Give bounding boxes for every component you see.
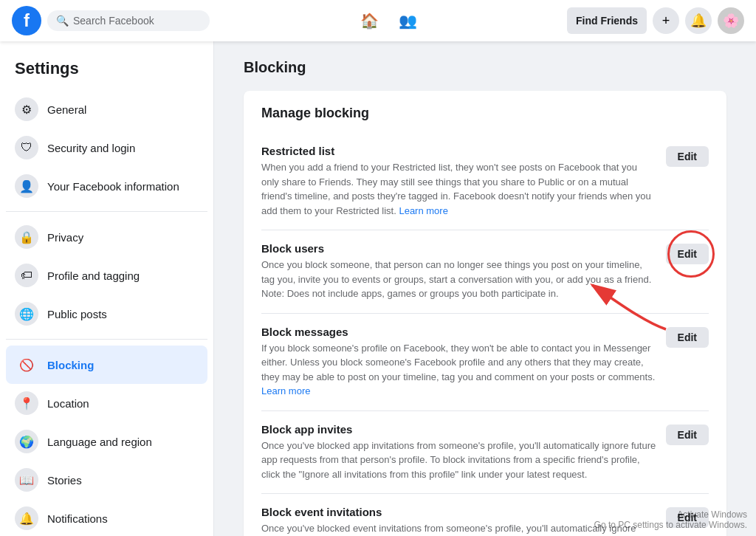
block-section-desc-block-users: Once you block someone, that person can … <box>261 258 657 301</box>
annotation-container-restricted-list: Edit <box>666 145 709 167</box>
sidebar-divider <box>6 339 207 340</box>
sidebar-label-privacy: Privacy <box>47 231 83 244</box>
sidebar-item-public-posts[interactable]: 🌐 Public posts <box>6 295 207 333</box>
block-section-content-block-messages: Block messages If you block someone's pr… <box>261 326 657 399</box>
nav-center: 🏠 👥 <box>216 6 561 35</box>
annotation-container-block-messages: Edit <box>666 326 709 348</box>
search-input[interactable] <box>73 15 201 27</box>
sidebar-item-language-region[interactable]: 🌍 Language and region <box>6 422 207 461</box>
block-section-desc-restricted-list: When you add a friend to your Restricted… <box>261 160 657 218</box>
sidebar-icon-location: 📍 <box>15 391 38 415</box>
sidebar-item-facebook-info[interactable]: 👤 Your Facebook information <box>6 167 207 205</box>
bell-icon: 🔔 <box>690 13 707 29</box>
sidebar-icon-profile-tagging: 🏷 <box>15 264 38 287</box>
sidebar-item-blocking[interactable]: 🚫 Blocking <box>6 346 207 384</box>
block-section-block-event-invitations: Block event invitations Once you've bloc… <box>261 494 709 536</box>
edit-button-block-users[interactable]: Edit <box>666 244 709 264</box>
find-friends-button[interactable]: Find Friends <box>567 7 647 34</box>
edit-button-block-event-invitations[interactable]: Edit <box>666 507 709 528</box>
blocking-sections: Restricted list When you add a friend to… <box>261 133 709 536</box>
plus-button[interactable]: + <box>653 7 679 34</box>
sidebar-icon-facebook-info: 👤 <box>15 174 38 198</box>
learn-more-link-restricted-list[interactable]: Learn more <box>399 205 447 216</box>
topnav: f 🔍 🏠 👥 Find Friends + 🔔 🌸 <box>0 0 756 41</box>
sidebar-label-location: Location <box>47 397 89 410</box>
sidebar-label-security: Security and login <box>47 142 135 154</box>
block-section-desc-block-event-invitations: Once you've blocked event invitations fr… <box>261 521 657 536</box>
block-section-content-block-app-invites: Block app invites Once you've blocked ap… <box>261 423 657 482</box>
sidebar-label-stories: Stories <box>47 474 82 487</box>
friends-button[interactable]: 👥 <box>390 6 425 35</box>
bell-button[interactable]: 🔔 <box>685 7 712 34</box>
card-title: Manage blocking <box>261 106 709 121</box>
block-section-desc-block-app-invites: Once you've blocked app invitations from… <box>261 439 657 482</box>
block-section-content-restricted-list: Restricted list When you add a friend to… <box>261 145 657 218</box>
sidebar-label-language-region: Language and region <box>47 436 152 448</box>
block-section-block-app-invites: Block app invites Once you've blocked ap… <box>261 411 709 495</box>
sidebar-label-blocking: Blocking <box>47 359 94 371</box>
avatar[interactable]: 🌸 <box>718 7 744 34</box>
nav-actions: Find Friends + 🔔 🌸 <box>567 7 744 34</box>
edit-button-block-messages[interactable]: Edit <box>666 327 709 348</box>
annotation-container-block-users: Edit <box>666 242 709 264</box>
sidebar-title: Settings <box>6 53 207 90</box>
annotation-container-block-app-invites: Edit <box>666 423 709 445</box>
block-section-title-block-event-invitations: Block event invitations <box>261 506 657 518</box>
fb-logo[interactable]: f <box>12 6 41 35</box>
home-button[interactable]: 🏠 <box>351 6 387 35</box>
layout: Settings ⚙ General 🛡 Security and login … <box>0 41 756 536</box>
sidebar-item-general[interactable]: ⚙ General <box>6 90 207 128</box>
sidebar-label-facebook-info: Your Facebook information <box>47 180 179 193</box>
blocking-card: Manage blocking Restricted list When you… <box>244 91 726 536</box>
sidebar-icon-language-region: 🌍 <box>15 430 38 453</box>
sidebar-label-public-posts: Public posts <box>47 308 107 320</box>
block-section-title-block-users: Block users <box>261 242 657 255</box>
page-title: Blocking <box>244 59 726 76</box>
block-section-title-block-messages: Block messages <box>261 326 657 338</box>
sidebar-icon-public-posts: 🌐 <box>15 302 38 326</box>
sidebar-icon-notifications: 🔔 <box>15 506 38 530</box>
sidebar-icon-blocking: 🚫 <box>15 353 38 377</box>
edit-button-block-app-invites[interactable]: Edit <box>666 425 709 445</box>
sidebar-items-container: ⚙ General 🛡 Security and login 👤 Your Fa… <box>6 90 207 536</box>
block-section-block-messages: Block messages If you block someone's pr… <box>261 314 709 411</box>
block-section-desc-block-messages: If you block someone's profile on Facebo… <box>261 341 657 399</box>
sidebar-item-security[interactable]: 🛡 Security and login <box>6 128 207 167</box>
search-icon: 🔍 <box>56 15 69 27</box>
block-section-title-restricted-list: Restricted list <box>261 145 657 157</box>
sidebar-icon-security: 🛡 <box>15 136 38 159</box>
annotation-container-block-event-invitations: Edit <box>666 506 709 528</box>
block-section-restricted-list: Restricted list When you add a friend to… <box>261 133 709 230</box>
sidebar-divider <box>6 211 207 212</box>
sidebar-label-profile-tagging: Profile and tagging <box>47 269 140 282</box>
block-section-block-users: Block users Once you block someone, that… <box>261 230 709 314</box>
learn-more-link-block-messages[interactable]: Learn more <box>261 385 310 396</box>
block-section-content-block-event-invitations: Block event invitations Once you've bloc… <box>261 506 657 536</box>
sidebar-icon-privacy: 🔒 <box>15 225 38 249</box>
sidebar: Settings ⚙ General 🛡 Security and login … <box>0 41 214 536</box>
search-bar: 🔍 <box>47 10 210 31</box>
sidebar-item-location[interactable]: 📍 Location <box>6 384 207 422</box>
sidebar-item-notifications[interactable]: 🔔 Notifications <box>6 499 207 536</box>
people-icon: 👥 <box>399 12 417 30</box>
sidebar-item-profile-tagging[interactable]: 🏷 Profile and tagging <box>6 256 207 295</box>
sidebar-item-privacy[interactable]: 🔒 Privacy <box>6 218 207 256</box>
sidebar-item-stories[interactable]: 📖 Stories <box>6 461 207 499</box>
block-section-title-block-app-invites: Block app invites <box>261 423 657 436</box>
main-content: Blocking Manage blocking Restricted list… <box>214 41 756 536</box>
sidebar-icon-stories: 📖 <box>15 468 38 492</box>
home-icon: 🏠 <box>360 12 379 30</box>
edit-button-restricted-list[interactable]: Edit <box>666 146 709 167</box>
sidebar-icon-general: ⚙ <box>15 97 38 121</box>
block-section-content-block-users: Block users Once you block someone, that… <box>261 242 657 301</box>
sidebar-label-general: General <box>47 103 86 116</box>
plus-icon: + <box>662 13 670 29</box>
sidebar-label-notifications: Notifications <box>47 512 108 525</box>
